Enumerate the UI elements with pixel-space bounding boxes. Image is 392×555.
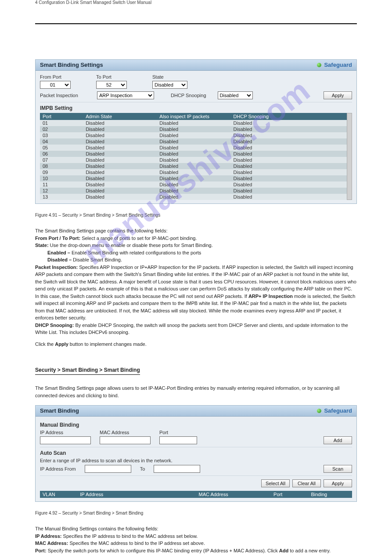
figure-caption-1: Figure 4.91 – Security > Smart Binding >… xyxy=(35,213,357,218)
status-dot-icon xyxy=(317,409,321,413)
safeguard-badge: Safeguard xyxy=(317,60,352,70)
mac-address-label: MAC Address xyxy=(100,430,151,435)
table-row: 05DisabledDisabledDisabled xyxy=(40,145,348,151)
binding-table: VLAN IP Address MAC Address Port Binding xyxy=(40,491,352,498)
mac-address-input[interactable] xyxy=(100,436,151,444)
add-button[interactable]: Add xyxy=(324,436,352,444)
table-scrollbar[interactable] xyxy=(347,113,352,200)
table-row: 12DisabledDisabledDisabled xyxy=(40,188,348,194)
packet-inspection-label: Packet Inspection xyxy=(40,93,88,98)
impb-table: Port Admin State Also inspect IP packets… xyxy=(40,113,348,200)
apply-button-2[interactable]: Apply xyxy=(324,479,352,487)
ip-to-input[interactable] xyxy=(154,465,200,473)
to-port-label: To Port xyxy=(96,74,127,80)
ip-address-input[interactable] xyxy=(40,436,91,444)
table-row: 08DisabledDisabledDisabled xyxy=(40,163,348,169)
footer-description: The Manual Binding Settings contains the… xyxy=(35,525,357,554)
select-all-button[interactable]: Select All xyxy=(261,479,290,487)
table-row: 03DisabledDisabledDisabled xyxy=(40,132,348,138)
table-row: 04DisabledDisabledDisabled xyxy=(40,138,348,145)
page-header: 4 Configuration D-Link Smart Managed Swi… xyxy=(35,0,357,5)
apply-button[interactable]: Apply xyxy=(324,91,352,99)
section-heading: Security > Smart Binding > Smart Binding xyxy=(35,367,140,375)
table-row: 11DisabledDisabledDisabled xyxy=(40,181,348,188)
to-port-select[interactable]: 52 xyxy=(96,81,127,89)
table-row: 07DisabledDisabledDisabled xyxy=(40,157,348,163)
smart-binding-settings-panel: Smart Binding Settings Safeguard From Po… xyxy=(35,59,357,204)
table-row: 02DisabledDisabledDisabled xyxy=(40,126,348,132)
auto-scan-title: Auto Scan xyxy=(40,450,352,456)
table-row: 06DisabledDisabledDisabled xyxy=(40,151,348,157)
scan-button[interactable]: Scan xyxy=(324,465,352,473)
port-label: Port xyxy=(159,430,197,435)
status-dot-icon xyxy=(317,63,321,67)
smart-binding-panel: Smart Binding Safeguard Manual Binding I… xyxy=(35,405,357,502)
description-2: The Smart Binding Settings page allows u… xyxy=(35,385,357,399)
panel-title: Smart Binding Settings xyxy=(40,60,103,70)
state-select[interactable]: Disabled xyxy=(152,81,187,89)
ip-from-input[interactable] xyxy=(85,465,131,473)
safeguard-badge-2: Safeguard xyxy=(317,406,352,416)
state-label: State xyxy=(152,74,187,80)
dhcp-snooping-select[interactable]: Disabled xyxy=(218,91,253,99)
packet-inspection-select[interactable]: ARP Inspection xyxy=(97,91,154,99)
panel-title-2: Smart Binding xyxy=(40,406,79,416)
ip-address-label: IP Address xyxy=(40,430,91,435)
table-row: 09DisabledDisabledDisabled xyxy=(40,169,348,175)
dhcp-snooping-label: DHCP Snooping xyxy=(171,93,206,98)
ip-to-label: To xyxy=(140,466,145,472)
manual-binding-title: Manual Binding xyxy=(40,422,352,428)
port-input[interactable] xyxy=(159,436,197,444)
ip-from-label: IP Address From xyxy=(40,466,76,472)
auto-scan-desc: Enter a range of IP address to scan all … xyxy=(40,458,352,463)
table-row: 10DisabledDisabledDisabled xyxy=(40,175,348,181)
from-port-select[interactable]: 01 xyxy=(40,81,71,89)
impb-setting-title: IMPB Setting xyxy=(40,105,352,111)
from-port-label: From Port xyxy=(40,74,71,80)
description-1: The Smart Binding Settings page contains… xyxy=(35,227,357,348)
table-row: 01DisabledDisabledDisabled xyxy=(40,120,348,126)
figure-caption-2: Figure 4.92 – Security > Smart Binding >… xyxy=(35,511,357,515)
table-row: 13DisabledDisabledDisabled xyxy=(40,194,348,200)
clear-all-button[interactable]: Clear All xyxy=(292,479,321,487)
